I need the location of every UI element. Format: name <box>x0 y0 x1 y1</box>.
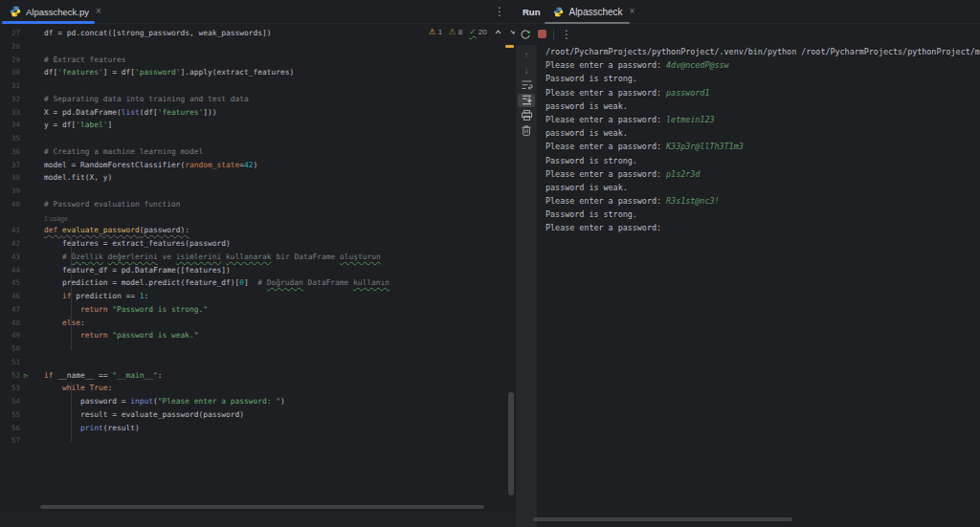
code-text: if prediction == 1: <box>44 290 148 303</box>
close-icon[interactable]: × <box>96 7 101 16</box>
code-line[interactable]: 36# Creating a machine learning model <box>0 145 505 159</box>
line-number: 38 <box>0 171 20 185</box>
gutter <box>20 408 44 422</box>
gutter <box>20 356 44 369</box>
code-text: # Password evaluation function <box>44 198 181 211</box>
code-line[interactable]: 38model.fit(X, y) <box>0 171 505 185</box>
console-line[interactable]: Please enter a password: p1s2r3d <box>546 167 980 181</box>
line-number: 36 <box>0 145 20 159</box>
console-line[interactable]: Please enter a password: R3s1st@nc3! <box>546 194 980 208</box>
code-text: # Özellik değerlerini ve isimlerini kull… <box>44 251 381 264</box>
code-line[interactable]: 31 <box>0 79 505 93</box>
console-output[interactable]: /root/PycharmProjects/pythonProject/.ven… <box>546 45 980 235</box>
editor-tab-alpasscheck[interactable]: Alpasscheck.py × <box>0 0 109 23</box>
code-line[interactable]: 35 <box>0 132 505 145</box>
code-line[interactable]: 33X = pd.DataFrame(list(df['features'])) <box>0 106 505 120</box>
python-icon <box>10 6 21 17</box>
line-number: 47 <box>0 303 20 317</box>
code-line[interactable]: 57 <box>0 434 505 448</box>
run-gutter-icon[interactable]: ▷ <box>20 369 44 383</box>
line-number: 35 <box>0 132 20 145</box>
code-text: result = evaluate_password(password) <box>44 408 244 422</box>
code-line[interactable]: 37model = RandomForestClassifier(random_… <box>0 159 505 172</box>
soft-wrap-icon[interactable] <box>518 78 535 91</box>
clear-all-icon[interactable] <box>518 124 535 137</box>
code-line[interactable]: 56 print(result) <box>0 422 505 435</box>
editor-bottom-strip <box>0 512 515 527</box>
code-line[interactable]: 46 if prediction == 1: <box>0 290 505 303</box>
scroll-to-end-icon[interactable] <box>518 94 535 107</box>
stop-icon[interactable] <box>538 30 546 38</box>
code-line[interactable]: 34y = df['label'] <box>0 119 505 132</box>
code-line[interactable]: 48 else: <box>0 317 505 330</box>
gutter <box>20 251 44 264</box>
rerun-icon[interactable] <box>520 29 531 40</box>
console-line[interactable]: password is weak. <box>546 181 980 194</box>
code-line[interactable]: 52▷if __name__ == "__main__": <box>0 369 505 383</box>
console-line[interactable]: Please enter a password: letmein123 <box>546 113 980 126</box>
code-line[interactable]: 55 result = evaluate_password(password) <box>0 408 505 422</box>
code-line[interactable]: 30df['features'] = df['password'].apply(… <box>0 66 505 79</box>
code-line[interactable]: 32# Separating data into training and te… <box>0 93 505 106</box>
code-line[interactable]: 49 return "password is weak." <box>0 329 505 342</box>
close-icon[interactable]: × <box>630 7 635 16</box>
console-stdout: password is weak. <box>546 183 628 192</box>
line-number: 32 <box>0 93 20 106</box>
code-line[interactable]: 39 <box>0 185 505 198</box>
console-stdout: Password is strong. <box>546 156 637 165</box>
run-tab-alpasscheck[interactable]: Alpasscheck × <box>553 0 635 23</box>
code-line[interactable]: 43 # Özellik değerlerini ve isimlerini k… <box>0 251 505 264</box>
console-line[interactable]: Please enter a password: <box>546 221 980 234</box>
code-line[interactable]: 40# Password evaluation function <box>0 198 505 211</box>
code-line[interactable]: 54 password = input("Please enter a pass… <box>0 395 505 408</box>
console-line[interactable]: password is weak. <box>546 126 980 140</box>
console-line[interactable]: password is weak. <box>546 99 980 113</box>
usage-hint[interactable]: 1 usage <box>0 211 505 225</box>
code-text: if __name__ == "__main__": <box>44 369 163 383</box>
code-line[interactable]: 51 <box>0 356 505 369</box>
code-line[interactable]: 29# Extract features <box>0 54 505 67</box>
console-line[interactable]: Please enter a password: K33p3r@llTh3T1m… <box>546 140 980 153</box>
console-line[interactable]: Please enter a password: 4dv@ncedP@ssw <box>546 58 980 72</box>
editor-more-icon[interactable]: ⋮ <box>484 5 515 18</box>
console-line[interactable]: /root/PycharmProjects/pythonProject/.ven… <box>546 45 980 58</box>
console-stdout: password is weak. <box>546 101 628 111</box>
code-text: while True: <box>44 382 112 395</box>
gutter <box>20 159 44 172</box>
console-line[interactable]: Password is strong. <box>546 208 980 221</box>
gutter <box>20 303 44 317</box>
console-horizontal-scrollbar[interactable] <box>533 517 792 521</box>
console-stdout: Password is strong. <box>546 209 637 219</box>
code-line[interactable]: 44 feature_df = pd.DataFrame([features]) <box>0 264 505 277</box>
code-line[interactable]: 27df = pd.concat([strong_passwords, weak… <box>0 27 505 40</box>
up-stack-trace-icon[interactable]: ↑ <box>518 49 535 61</box>
console-left-toolbar: ↑ ↓ <box>516 45 537 527</box>
console-stdout: Please enter a password: <box>546 223 661 232</box>
code-line[interactable]: 41def evaluate_password(password): <box>0 224 505 237</box>
code-line[interactable]: 28 <box>0 40 505 54</box>
scrollbar-warning-mark <box>505 45 514 48</box>
editor-vertical-scrollbar[interactable] <box>508 392 514 495</box>
code-text: df = pd.concat([strong_passwords, weak_p… <box>44 27 272 40</box>
gutter <box>20 198 44 211</box>
run-panel-title: Run <box>515 7 540 17</box>
code-line[interactable]: 53 while True: <box>0 382 505 395</box>
run-more-icon[interactable]: ⋮ <box>561 28 572 41</box>
code-text: password = input("Please enter a passwor… <box>44 395 285 408</box>
code-line[interactable]: 45 prediction = model.predict(feature_df… <box>0 276 505 290</box>
print-icon[interactable] <box>518 109 535 121</box>
run-active-tab-indicator <box>545 22 630 24</box>
code-text: # Creating a machine learning model <box>44 145 203 159</box>
gutter <box>20 290 44 303</box>
line-number: 54 <box>0 395 20 408</box>
editor-horizontal-scrollbar[interactable] <box>40 505 484 509</box>
code-line[interactable]: 50 <box>0 342 505 356</box>
console-line[interactable]: Please enter a password: password1 <box>546 86 980 99</box>
down-stack-trace-icon[interactable]: ↓ <box>518 64 535 77</box>
console-user-input: 4dv@ncedP@ssw <box>666 60 729 70</box>
code-line[interactable]: 42 features = extract_features(password) <box>0 237 505 251</box>
console-line[interactable]: Password is strong. <box>546 72 980 85</box>
console-line[interactable]: Password is strong. <box>546 154 980 167</box>
line-number: 39 <box>0 185 20 198</box>
code-line[interactable]: 47 return "Password is strong." <box>0 303 505 317</box>
